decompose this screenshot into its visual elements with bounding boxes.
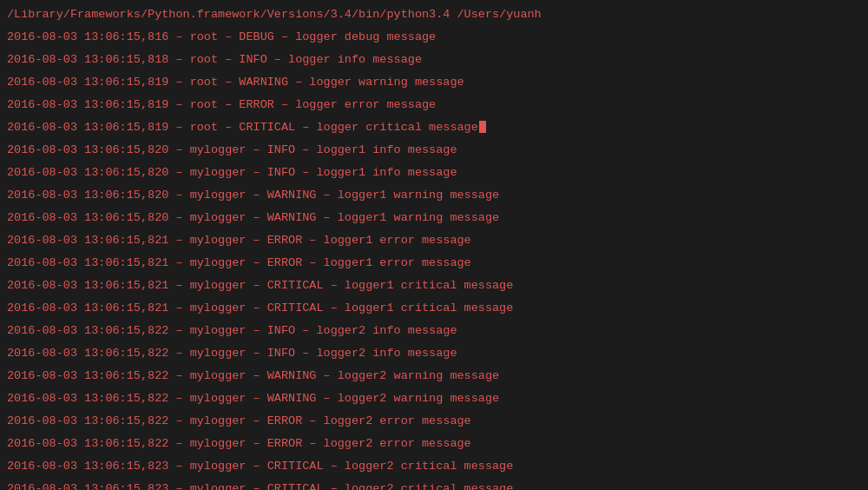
log-line: 2016-08-03 13:06:15,821 – mylogger – CRI… bbox=[7, 275, 861, 297]
log-line: 2016-08-03 13:06:15,821 – mylogger – ERR… bbox=[7, 252, 861, 275]
log-line: 2016-08-03 13:06:15,822 – mylogger – INF… bbox=[7, 320, 861, 342]
log-line: 2016-08-03 13:06:15,816 – root – DEBUG –… bbox=[7, 26, 861, 49]
log-line: 2016-08-03 13:06:15,819 – root – CRITICA… bbox=[7, 116, 861, 139]
log-line: 2016-08-03 13:06:15,821 – mylogger – CRI… bbox=[7, 297, 861, 320]
log-line: 2016-08-03 13:06:15,822 – mylogger – INF… bbox=[7, 342, 861, 365]
log-line: 2016-08-03 13:06:15,821 – mylogger – ERR… bbox=[7, 229, 861, 252]
log-line: 2016-08-03 13:06:15,822 – mylogger – WAR… bbox=[7, 387, 861, 410]
log-line: 2016-08-03 13:06:15,820 – mylogger – WAR… bbox=[7, 184, 861, 207]
log-line: 2016-08-03 13:06:15,822 – mylogger – ERR… bbox=[7, 433, 861, 455]
log-line: 2016-08-03 13:06:15,820 – mylogger – INF… bbox=[7, 139, 861, 162]
log-line: 2016-08-03 13:06:15,820 – mylogger – INF… bbox=[7, 162, 861, 184]
log-line: 2016-08-03 13:06:15,822 – mylogger – ERR… bbox=[7, 410, 861, 433]
terminal-header: /Library/Frameworks/Python.framework/Ver… bbox=[7, 3, 861, 26]
log-line: 2016-08-03 13:06:15,822 – mylogger – WAR… bbox=[7, 365, 861, 387]
terminal-cursor bbox=[479, 121, 486, 133]
log-line: 2016-08-03 13:06:15,820 – mylogger – WAR… bbox=[7, 207, 861, 229]
log-line: 2016-08-03 13:06:15,818 – root – INFO – … bbox=[7, 49, 861, 71]
log-line: 2016-08-03 13:06:15,819 – root – ERROR –… bbox=[7, 94, 861, 116]
log-line: 2016-08-03 13:06:15,823 – mylogger – CRI… bbox=[7, 455, 861, 478]
log-line: 2016-08-03 13:06:15,819 – root – WARNING… bbox=[7, 71, 861, 94]
log-output: 2016-08-03 13:06:15,816 – root – DEBUG –… bbox=[7, 26, 861, 490]
log-line: 2016-08-03 13:06:15,823 – mylogger – CRI… bbox=[7, 478, 861, 490]
terminal-window: /Library/Frameworks/Python.framework/Ver… bbox=[0, 0, 868, 490]
